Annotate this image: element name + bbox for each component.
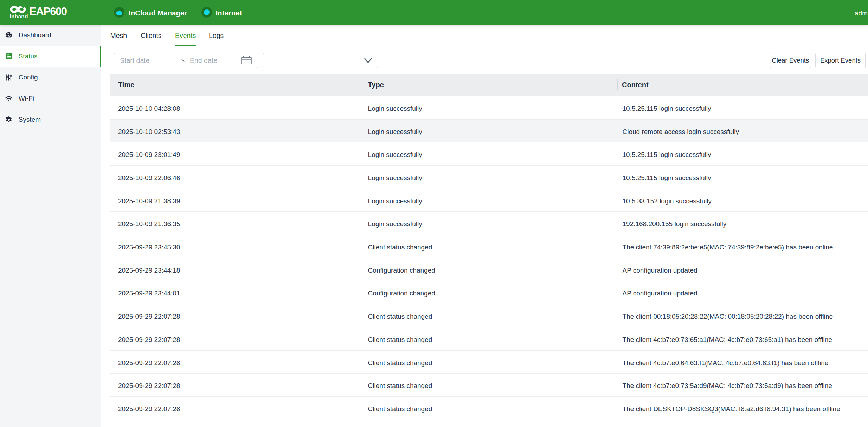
svg-text:inhand: inhand xyxy=(10,13,28,19)
